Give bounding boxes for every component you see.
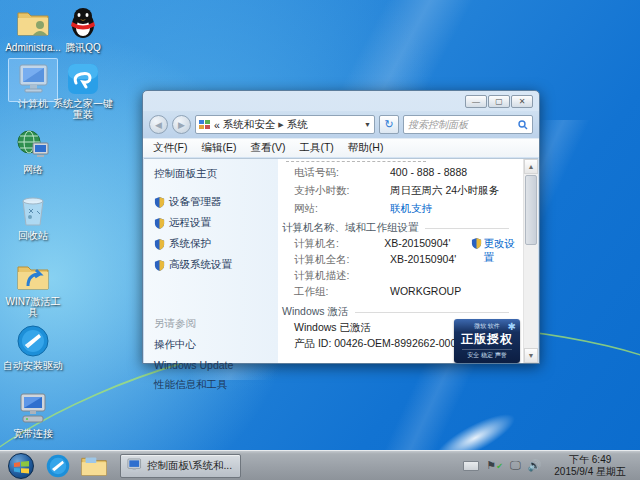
menu-view[interactable]: 查看(V) <box>250 141 285 155</box>
desktop: Administra... 腾讯QQ <box>0 0 640 480</box>
desktop-icon-label: 腾讯QQ <box>52 42 114 53</box>
syshome-app-icon <box>65 62 101 96</box>
breadcrumb-system[interactable]: 系统 <box>287 118 308 132</box>
action-center-flag-icon[interactable]: ⚑✔ <box>486 460 503 471</box>
sidebar-system-protection[interactable]: 系统保护 <box>154 237 278 251</box>
search-icon[interactable] <box>518 120 528 130</box>
address-dropdown-icon[interactable]: ▼ <box>364 121 371 128</box>
menu-edit[interactable]: 编辑(E) <box>201 141 236 155</box>
desktop-icon-qq[interactable]: 腾讯QQ <box>52 6 114 53</box>
scroll-up-icon[interactable]: ▲ <box>524 159 538 174</box>
sidebar-control-panel-home[interactable]: 控制面板主页 <box>154 167 278 181</box>
breadcrumb-system-security[interactable]: 系统和安全 <box>223 118 276 132</box>
control-panel-icon <box>199 119 211 131</box>
uac-shield-icon <box>154 218 165 229</box>
clock-time: 下午 6:49 <box>554 454 626 466</box>
uac-shield-icon <box>471 238 482 249</box>
navigation-bar: ◀ ▶ « 系统和安全 ▶ 系统 ▼ ↻ 搜索控制面板 <box>143 111 539 138</box>
menu-help[interactable]: 帮助(H) <box>348 141 384 155</box>
workgroup-row: 工作组: WORKGROUP <box>294 285 461 299</box>
computer-fullname-row: 计算机全名: XB-20150904' <box>294 253 456 267</box>
qq-penguin-icon <box>65 6 101 40</box>
desktop-icon-label: WIN7激活工具 <box>2 296 64 318</box>
breadcrumb-prefix[interactable]: « <box>214 119 220 131</box>
window-titlebar[interactable]: — ▢ ✕ <box>143 91 539 111</box>
forward-button[interactable]: ▶ <box>172 115 191 134</box>
uac-shield-icon <box>154 260 165 271</box>
change-settings-link[interactable]: 更改设置 <box>484 237 523 265</box>
activation-status-row: Windows 已激活 <box>294 321 371 335</box>
network-tray-icon[interactable]: 🖵 <box>510 460 521 471</box>
section-computer-name: 计算机名称、域和工作组设置 <box>282 221 509 235</box>
sidebar-remote-settings[interactable]: 远程设置 <box>154 216 278 230</box>
taskbar: 控制面板\系统和... ⚑✔ 🖵 🔊 下午 6:49 2015/9/4 星期五 <box>0 450 640 480</box>
desktop-icon-recycle-bin[interactable]: 回收站 <box>2 194 64 241</box>
system-task-icon <box>126 458 142 473</box>
website-row: 网站: 联机支持 <box>294 202 432 216</box>
maximize-button[interactable]: ▢ <box>488 95 510 108</box>
section-windows-activation: Windows 激活 <box>282 305 509 319</box>
sidebar-device-manager[interactable]: 设备管理器 <box>154 195 278 209</box>
online-support-link[interactable]: 联机支持 <box>390 202 432 216</box>
desktop-icon-auto-driver[interactable]: 自动安装驱动 <box>2 324 64 371</box>
user-folder-icon <box>15 6 51 40</box>
clock-date: 2015/9/4 星期五 <box>554 466 626 478</box>
minimize-button[interactable]: — <box>465 95 487 108</box>
system-window: — ▢ ✕ ◀ ▶ « 系统和安全 ▶ 系统 ▼ ↻ 搜索控制面板 <box>142 90 540 364</box>
system-content: 电话号码: 400 - 888 - 8888 支持小时数: 周日至周六 24小时… <box>278 159 523 363</box>
desktop-icon-label: 宽带连接 <box>2 428 64 439</box>
menu-file[interactable]: 文件(F) <box>153 141 187 155</box>
scrollbar-thumb[interactable] <box>525 175 537 245</box>
address-bar[interactable]: « 系统和安全 ▶ 系统 ▼ <box>195 115 375 134</box>
see-also-header: 另请参阅 <box>154 317 278 331</box>
sidebar-advanced-settings[interactable]: 高级系统设置 <box>154 258 278 272</box>
desktop-icon-label: 自动安装驱动 <box>2 360 64 371</box>
auto-driver-app-icon <box>15 324 51 358</box>
hours-row: 支持小时数: 周日至周六 24小时服务 <box>294 184 499 198</box>
close-button[interactable]: ✕ <box>511 95 533 108</box>
network-icon <box>15 128 51 162</box>
search-box[interactable]: 搜索控制面板 <box>403 115 533 134</box>
desktop-icon-win7-activator[interactable]: WIN7激活工具 <box>2 260 64 318</box>
selection-highlight <box>8 58 58 102</box>
computer-description-row: 计算机描述: <box>294 269 390 283</box>
sidebar: 控制面板主页 设备管理器 远程设置 <box>144 159 278 363</box>
taskbar-explorer-icon[interactable] <box>80 453 108 479</box>
scroll-down-icon[interactable]: ▼ <box>524 348 538 363</box>
phone-row: 电话号码: 400 - 888 - 8888 <box>294 166 467 180</box>
volume-icon[interactable]: 🔊 <box>528 460 542 471</box>
taskbar-task-control-panel[interactable]: 控制面板\系统和... <box>120 454 241 478</box>
product-id-row: 产品 ID: 00426-OEM-8992662-00006 <box>294 337 468 351</box>
refresh-button[interactable]: ↻ <box>379 115 399 134</box>
menu-bar: 文件(F) 编辑(E) 查看(V) 工具(T) 帮助(H) <box>143 138 539 157</box>
menu-tools[interactable]: 工具(T) <box>299 141 333 155</box>
vertical-scrollbar[interactable]: ▲ ▼ <box>523 159 538 363</box>
language-bar-icon[interactable] <box>463 461 479 471</box>
sidebar-windows-update[interactable]: Windows Update <box>154 359 278 371</box>
desktop-icon-network[interactable]: 网络 <box>2 128 64 175</box>
breadcrumb-separator-icon: ▶ <box>278 121 283 129</box>
taskbar-browser-icon[interactable] <box>44 453 72 479</box>
desktop-icon-label: 网络 <box>2 164 64 175</box>
desktop-icon-label: 回收站 <box>2 230 64 241</box>
windows-flag-icon <box>14 460 29 474</box>
system-tray: ⚑✔ 🖵 🔊 下午 6:49 2015/9/4 星期五 <box>463 454 640 478</box>
genuine-star-icon: ✱ <box>508 321 516 332</box>
uac-shield-icon <box>154 239 165 250</box>
sidebar-action-center[interactable]: 操作中心 <box>154 338 278 352</box>
task-button-label: 控制面板\系统和... <box>147 459 232 473</box>
recycle-bin-icon <box>15 194 51 228</box>
desktop-icon-label: 系统之家一键重装 <box>52 98 114 120</box>
activator-folder-icon <box>15 260 51 294</box>
broadband-connection-icon <box>15 392 51 426</box>
back-button[interactable]: ◀ <box>149 115 168 134</box>
scroll-remnant-line <box>286 161 426 162</box>
taskbar-clock[interactable]: 下午 6:49 2015/9/4 星期五 <box>548 454 632 478</box>
sidebar-performance-tools[interactable]: 性能信息和工具 <box>154 378 278 392</box>
uac-shield-icon <box>154 197 165 208</box>
search-placeholder: 搜索控制面板 <box>408 118 518 132</box>
start-button[interactable] <box>8 453 34 479</box>
desktop-icon-broadband[interactable]: 宽带连接 <box>2 392 64 439</box>
desktop-icon-syshome[interactable]: 系统之家一键重装 <box>52 62 114 120</box>
genuine-windows-badge[interactable]: ✱ 微软 软件 正版授权 安全 稳定 声誉 <box>454 319 520 363</box>
